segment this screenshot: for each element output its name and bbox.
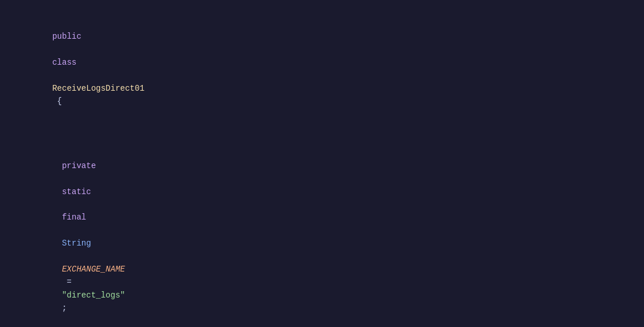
line-blank-top xyxy=(0,5,644,17)
class-name: ReceiveLogsDirect01 xyxy=(52,84,144,93)
code-editor: public class ReceiveLogsDirect01 { priva… xyxy=(0,0,644,327)
list-item xyxy=(0,121,644,133)
table-row: public class ReceiveLogsDirect01 { xyxy=(0,17,644,121)
list-item: private static final String EXCHANGE_NAM… xyxy=(0,133,644,327)
keyword-class: class xyxy=(52,58,76,67)
keyword-public: public xyxy=(52,32,81,41)
